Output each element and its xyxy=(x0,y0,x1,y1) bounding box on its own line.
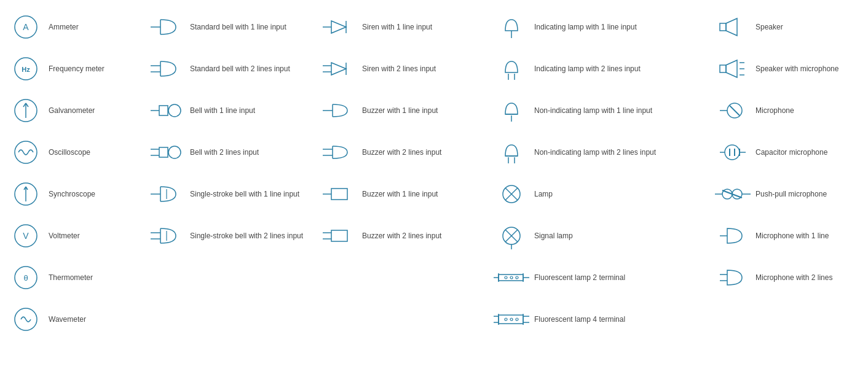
item-speaker: Speaker xyxy=(710,6,868,48)
item-std-bell-1: Standard bell with 1 line input xyxy=(144,6,317,48)
icon-thermometer: θ xyxy=(7,264,45,291)
item-ss-bell-1: Single-stroke bell with 1 line input xyxy=(144,173,317,215)
label-synchroscope: Synchroscope xyxy=(45,189,95,199)
svg-point-76 xyxy=(516,276,518,279)
svg-rect-89 xyxy=(720,23,726,31)
item-fluor-2: Fluorescent lamp 2 terminal xyxy=(489,257,710,298)
item-signal-lamp: Signal lamp xyxy=(489,215,710,257)
label-mic-1line: Microphone with 1 line xyxy=(752,231,829,241)
svg-point-30 xyxy=(168,146,181,158)
icon-buzzer-2line xyxy=(320,139,358,166)
icon-signal-lamp xyxy=(492,222,531,249)
item-speaker-mic: Speaker with microphone xyxy=(710,48,868,90)
label-bell-1: Bell with 1 line input xyxy=(186,106,255,115)
icon-buzzer-sq-2 xyxy=(320,222,358,249)
label-microphone: Microphone xyxy=(752,106,794,115)
label-buzzer-1line: Buzzer with 1 line input xyxy=(358,106,438,115)
label-fluor-4: Fluorescent lamp 4 terminal xyxy=(531,314,625,324)
item-cap-mic: Capacitor microphone xyxy=(710,131,868,173)
item-synchroscope: Synchroscope xyxy=(3,173,144,215)
label-mic-2lines: Microphone with 2 lines xyxy=(752,273,832,282)
icon-speaker-mic xyxy=(714,55,752,82)
label-ammeter: Ammeter xyxy=(45,22,79,32)
icon-ind-lamp-2 xyxy=(492,55,531,82)
svg-marker-43 xyxy=(331,63,346,75)
icon-cap-mic xyxy=(714,139,752,166)
item-non-ind-lamp-1: Non-indicating lamp with 1 line input xyxy=(489,90,710,131)
icon-synchroscope xyxy=(7,181,45,208)
icon-non-ind-lamp-2 xyxy=(492,139,531,166)
item-oscilloscope: Oscilloscope xyxy=(3,131,144,173)
icon-std-bell-1 xyxy=(148,14,186,41)
item-wavemeter: Wavemeter xyxy=(3,298,144,340)
icon-oscilloscope xyxy=(7,139,45,166)
item-ind-lamp-2: Indicating lamp with 2 lines input xyxy=(489,48,710,90)
icon-ind-lamp-1 xyxy=(492,14,531,41)
icon-fluor-4 xyxy=(492,309,531,330)
label-non-ind-lamp-2: Non-indicating lamp with 2 lines input xyxy=(531,147,656,157)
item-fluor-4: Fluorescent lamp 4 terminal xyxy=(489,298,710,340)
label-ss-bell-1: Single-stroke bell with 1 line input xyxy=(186,189,299,199)
icon-voltmeter: V xyxy=(7,222,45,249)
svg-point-84 xyxy=(510,318,513,321)
item-std-bell-2: Standard bell with 2 lines input xyxy=(144,48,317,90)
label-buzzer-sq-2: Buzzer with 2 lines input xyxy=(358,231,441,241)
label-lamp: Lamp xyxy=(531,189,553,199)
svg-marker-90 xyxy=(726,18,737,36)
icon-buzzer-sq-1 xyxy=(320,181,358,208)
item-push-pull-mic: Push-pull microphone xyxy=(710,173,868,215)
svg-point-75 xyxy=(510,276,513,279)
svg-point-26 xyxy=(168,104,181,117)
icon-freq-meter: Hz xyxy=(7,55,45,82)
item-siren-1: Siren with 1 line input xyxy=(317,6,489,48)
label-voltmeter: Voltmeter xyxy=(45,231,80,241)
icon-lamp xyxy=(492,181,531,208)
label-buzzer-2line: Buzzer with 2 lines input xyxy=(358,147,441,157)
icon-siren-1 xyxy=(320,14,358,41)
column-sirens: Siren with 1 line input Siren with 2 lin… xyxy=(317,6,489,340)
item-mic-2lines: Microphone with 2 lines xyxy=(710,257,868,298)
item-buzzer-2line: Buzzer with 2 lines input xyxy=(317,131,489,173)
item-lamp: Lamp xyxy=(489,173,710,215)
icon-wavemeter xyxy=(7,306,45,333)
icon-speaker xyxy=(714,14,752,41)
item-voltmeter: V Voltmeter xyxy=(3,215,144,257)
svg-text:Hz: Hz xyxy=(22,66,30,73)
svg-rect-91 xyxy=(720,65,726,72)
item-buzzer-sq-1: Buzzer with 1 line input xyxy=(317,173,489,215)
icon-mic-1line xyxy=(714,222,752,249)
svg-rect-51 xyxy=(331,189,347,200)
column-speakers: Speaker Speaker with microphone xyxy=(710,6,868,340)
label-speaker: Speaker xyxy=(752,22,783,32)
svg-point-85 xyxy=(516,318,518,321)
svg-rect-82 xyxy=(499,315,523,324)
label-buzzer-sq-1: Buzzer with 1 line input xyxy=(358,189,438,199)
label-std-bell-2: Standard bell with 2 lines input xyxy=(186,64,290,74)
svg-marker-92 xyxy=(726,60,737,77)
label-cap-mic: Capacitor microphone xyxy=(752,147,827,157)
label-freq-meter: Frequency meter xyxy=(45,64,105,74)
label-siren-1: Siren with 1 line input xyxy=(358,22,432,32)
column-meters: A Ammeter Hz Frequency meter xyxy=(3,6,144,340)
icon-bell-2 xyxy=(148,139,186,166)
icon-siren-2 xyxy=(320,55,358,82)
svg-rect-54 xyxy=(331,230,347,241)
label-ind-lamp-1: Indicating lamp with 1 line input xyxy=(531,22,637,32)
icon-buzzer-1line xyxy=(320,97,358,124)
icon-non-ind-lamp-1 xyxy=(492,97,531,124)
label-ind-lamp-2: Indicating lamp with 2 lines input xyxy=(531,64,641,74)
item-mic-1line: Microphone with 1 line xyxy=(710,215,868,257)
item-ind-lamp-1: Indicating lamp with 1 line input xyxy=(489,6,710,48)
label-push-pull-mic: Push-pull microphone xyxy=(752,189,827,199)
label-signal-lamp: Signal lamp xyxy=(531,231,573,241)
item-ammeter: A Ammeter xyxy=(3,6,144,48)
label-galvanometer: Galvanometer xyxy=(45,106,95,115)
label-std-bell-1: Standard bell with 1 line input xyxy=(186,22,286,32)
svg-point-83 xyxy=(505,318,507,321)
svg-point-74 xyxy=(505,276,507,279)
item-thermometer: θ Thermometer xyxy=(3,257,144,298)
column-lamps: Indicating lamp with 1 line input Indica… xyxy=(489,6,710,340)
icon-galvanometer xyxy=(7,97,45,124)
svg-rect-29 xyxy=(159,147,168,157)
svg-rect-73 xyxy=(499,275,523,281)
